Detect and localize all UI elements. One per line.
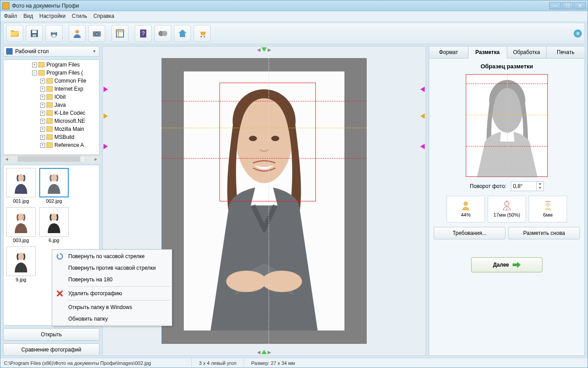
svg-point-9 [96,33,98,35]
expander-icon[interactable]: + [40,127,45,132]
metric-head-height[interactable]: 17мм (50%) [488,196,526,222]
menu-view[interactable]: Вид [24,13,33,19]
tree-item[interactable]: +Common File [4,77,99,85]
compare-button[interactable]: Сравнение фотографий [3,343,99,356]
svg-point-27 [464,201,468,206]
tree-item[interactable]: +IObit [4,93,99,101]
expander-icon[interactable]: + [40,79,45,84]
marker-right-red[interactable] [420,87,425,92]
toolbar-save-icon[interactable] [26,25,43,42]
expander-icon[interactable]: + [40,111,45,116]
toolbar-camera-icon[interactable] [88,25,105,42]
expander-icon[interactable]: + [40,119,45,124]
tree-item[interactable]: +Microsoft.NE [4,117,99,125]
expander-icon[interactable]: + [32,63,37,67]
location-combo[interactable]: Рабочий стол ▼ [3,46,99,57]
rotate-spinner[interactable]: ▲▼ [511,181,544,191]
svg-point-25 [226,271,266,292]
toolbar-help-icon[interactable]: ? [135,25,152,42]
toolbar-home-icon[interactable] [174,25,191,42]
metric-face-ratio[interactable]: 44% [447,196,485,222]
minimize-button[interactable]: — [549,2,561,9]
svg-text:?: ? [142,30,145,37]
chevron-down-icon: ▼ [92,49,96,54]
expander-icon[interactable]: − [32,71,37,75]
tree-item-label: Program Files [46,62,80,68]
ctx-rotate-180[interactable]: Повернуть на 180 [53,274,171,285]
remark-button[interactable]: Разметить снова [508,227,580,239]
combo-label: Рабочий стол [15,48,49,54]
spinner-down-icon[interactable]: ▼ [537,186,543,191]
tree-item[interactable]: +Reference A [4,141,99,149]
sample-title: Образец разметки [480,63,533,70]
ctx-open-folder[interactable]: Открыть папку в Windows [53,301,171,313]
handle-top[interactable] [261,47,267,52]
tab-print[interactable]: Печать [546,46,586,59]
tree-item[interactable]: +MSBuild [4,133,99,141]
metric-top-margin[interactable]: 6мм [529,196,567,222]
expander-icon[interactable]: + [40,135,45,140]
ctx-delete[interactable]: Удалить фотографию [53,288,171,299]
tree-item[interactable]: +Java [4,101,99,109]
next-button[interactable]: Далее [471,257,542,272]
expander-icon[interactable]: + [40,95,45,100]
tree-item[interactable]: +Program Files [4,61,99,69]
toolbar-video-icon[interactable] [154,25,171,42]
toolbar-close-icon[interactable]: ✕ [574,29,582,38]
rotate-input[interactable] [511,182,536,191]
expander-icon[interactable]: + [40,87,45,92]
ctx-refresh[interactable]: Обновить папку [53,313,171,325]
tab-process[interactable]: Обработка [507,46,547,59]
ctx-rotate-cw[interactable]: Повернуть по часовой стрелке [53,251,171,262]
toolbar-open-icon[interactable] [6,25,23,42]
menu-settings[interactable]: Настройки [39,13,66,19]
folder-icon [46,94,53,100]
tab-markup[interactable]: Разметка [468,46,508,59]
tree-item-label: Program Files ( [46,70,83,76]
tree-item[interactable]: +Mozilla Main [4,125,99,133]
toolbar-cart-icon[interactable] [194,25,211,42]
tab-format[interactable]: Формат [429,46,468,59]
thumbnail[interactable]: 002.jpg [39,168,69,204]
toolbar-print-icon[interactable] [46,25,62,42]
tree-scrollbar[interactable]: ◂▸ [3,155,99,162]
marker-left-red[interactable] [104,87,108,92]
tree-item-label: Java [54,102,66,108]
folder-tree[interactable]: +Program Files−Program Files (+Common Fi… [3,59,99,155]
context-menu: Повернуть по часовой стрелке Повернуть п… [52,249,172,326]
expander-icon[interactable]: + [40,103,45,108]
guide-eye-yellow [161,128,367,128]
thumbnail-caption: 001.jpg [6,198,36,204]
thumbnail[interactable]: 003.jpg [6,207,36,243]
menu-file[interactable]: Файл [4,13,17,19]
right-panel: Формат Разметка Обработка Печать Образец… [429,46,585,356]
marker-left-red2[interactable] [104,144,108,149]
ctx-rotate-ccw[interactable]: Повернуть против часовой стрелки [53,262,171,274]
thumbnail-caption: 9.jpg [6,277,36,282]
expander-icon[interactable]: + [40,143,45,148]
svg-rect-5 [52,34,56,37]
svg-point-29 [546,202,550,207]
thumbnail-caption: 002.jpg [39,198,69,204]
spinner-up-icon[interactable]: ▲ [537,182,543,186]
thumbnail[interactable]: 6.jpg [39,207,69,243]
thumbnail[interactable]: 9.jpg [6,247,36,282]
tree-item[interactable]: +Internet Exp [4,85,99,93]
toolbar-crop-icon[interactable] [112,25,128,42]
tree-item[interactable]: +K-Lite Codec [4,109,99,117]
tree-item-label: Common File [54,78,86,84]
menu-style[interactable]: Стиль [72,13,87,19]
maximize-button[interactable]: ☐ [562,2,573,9]
tree-item[interactable]: −Program Files ( [4,69,99,77]
close-button[interactable]: ✕ [574,2,586,9]
thumbnail[interactable]: 001.jpg [6,168,36,204]
open-button[interactable]: Открыть [3,328,99,341]
marker-left-yellow[interactable] [104,113,108,119]
handle-bottom[interactable] [261,350,267,354]
crop-rectangle[interactable] [219,83,316,201]
toolbar-avatar-icon[interactable] [69,25,86,42]
requirements-button[interactable]: Требования... [434,227,505,239]
marker-right-yellow[interactable] [420,113,425,119]
marker-right-red2[interactable] [420,144,425,149]
menu-help[interactable]: Справка [93,13,114,19]
